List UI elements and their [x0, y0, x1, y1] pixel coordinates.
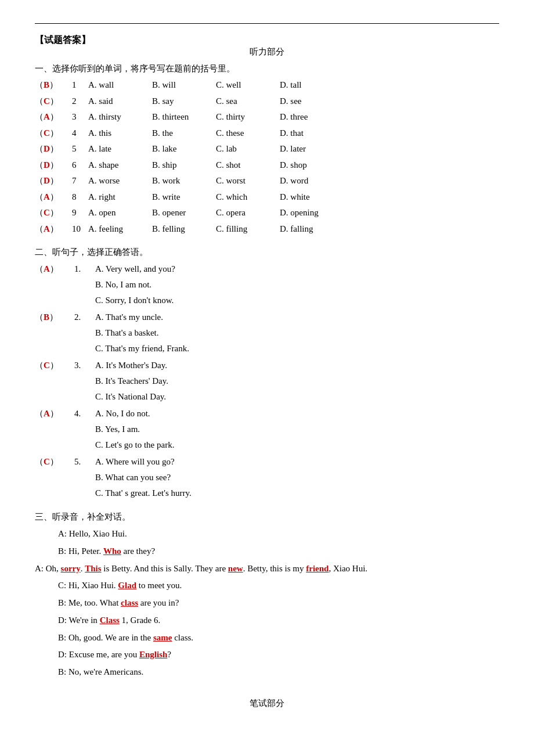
choice-item: A. feeling — [88, 222, 152, 237]
question-number: 9 — [72, 206, 86, 221]
dialog-speaker: D: — [58, 650, 69, 659]
choice-item: B. will — [152, 78, 216, 93]
choice-list: A. openB. openerC. operaD. opening — [88, 206, 344, 221]
dialog-key-word: same — [153, 633, 172, 642]
choice-list: A. thirstyB. thirteenC. thirtyD. three — [88, 110, 344, 125]
answer-letter: A — [44, 222, 50, 237]
listen-answer-row: （ C ）5.A. Where will you go?B. What can … — [35, 454, 499, 501]
choice-item: B. felling — [152, 222, 216, 237]
choice-item: C. lab — [216, 142, 280, 157]
section1-rows: （ B ）1A. wallB. willC. wellD. tall（ C ）2… — [35, 78, 499, 236]
listen-answer-row: （ A ）4.A. No, I do not.B. Yes, I am.C. L… — [35, 406, 499, 453]
dialog-speaker: D: — [58, 615, 68, 625]
answer-letter: A — [44, 110, 50, 125]
answer-bracket: （ C ） — [35, 126, 70, 141]
choice-item: A. open — [88, 206, 152, 221]
choice-list: A. worseB. workC. worstD. word — [88, 174, 344, 189]
dialog-text: 1, Grade 6. — [120, 615, 160, 625]
choice-item: B. the — [152, 126, 216, 141]
answer-row: （ A ）10A. feelingB. fellingC. fillingD. … — [35, 222, 499, 237]
option-list: A. That's my uncle.B. That's a basket.C.… — [91, 309, 499, 357]
option-list: A. It's Mother's Day.B. It's Teachers' D… — [91, 358, 499, 405]
question-number: 3. — [74, 358, 91, 373]
choice-item: B. work — [152, 174, 216, 189]
choice-item: B. lake — [152, 142, 216, 157]
answer-row: （ D ）5A. lateB. lakeC. labD. later — [35, 142, 499, 157]
dialog-line: D: Excuse me, are you English? — [58, 647, 499, 663]
choice-item: D. opening — [280, 206, 344, 221]
dialog-text: We're in — [68, 615, 99, 625]
choice-item: A. right — [88, 190, 152, 205]
option-item: A. No, I do not. — [95, 406, 499, 422]
answer-bracket: （ A ） — [35, 190, 70, 205]
choice-item: B. ship — [152, 158, 216, 173]
dialog-text: ? — [167, 650, 171, 659]
dialog-key-word: Glad — [118, 581, 136, 590]
answer-bracket: （ B ） — [35, 309, 74, 325]
option-item: C. That' s great. Let's hurry. — [95, 485, 499, 501]
choice-item: A. this — [88, 126, 152, 141]
dialog-line: B: Oh, good. We are in the same class. — [58, 630, 499, 646]
answer-letter: B — [44, 78, 49, 93]
dialog-key-word: class — [121, 598, 138, 607]
section2-items: （ A ）1.A. Very well, and you?B. No, I am… — [35, 261, 499, 501]
answer-row: （ A ）8A. rightB. writeC. whichD. white — [35, 190, 499, 205]
choice-list: A. thisB. theC. theseD. that — [88, 126, 344, 141]
question-number: 1. — [74, 261, 91, 277]
choice-list: A. saidB. sayC. seaD. see — [88, 94, 344, 109]
choice-list: A. feelingB. fellingC. fillingD. falling — [88, 222, 344, 237]
choice-item: A. said — [88, 94, 152, 109]
dialog-text: . Betty, this is my — [243, 564, 306, 573]
option-list: A. Very well, and you?B. No, I am not.C.… — [91, 261, 499, 308]
option-list: A. Where will you go?B. What can you see… — [91, 454, 499, 501]
option-item: B. No, I am not. — [95, 277, 499, 293]
option-item: B. Yes, I am. — [95, 422, 499, 437]
answer-letter: C — [44, 126, 50, 141]
answer-bracket: （ A ） — [35, 261, 74, 277]
choice-item: A. wall — [88, 78, 152, 93]
dialog-line: B: Hi, Peter. Who are they? — [58, 543, 499, 560]
dialog-key-word: Who — [103, 546, 121, 556]
answer-row: （ D ）7A. worseB. workC. worstD. word — [35, 174, 499, 189]
main-title: 【试题答案】 — [35, 34, 499, 46]
question-number: 2. — [74, 309, 91, 325]
choice-item: A. shape — [88, 158, 152, 173]
answer-row: （ C ）9A. openB. openerC. operaD. opening — [35, 206, 499, 221]
answer-bracket: （ D ） — [35, 174, 70, 189]
question-number: 5 — [72, 142, 86, 157]
question-number: 6 — [72, 158, 86, 173]
dialog-text: Excuse me, are you — [69, 650, 139, 659]
question-number: 4. — [74, 406, 91, 422]
dialog-text: Hi, Xiao Hui. — [68, 581, 118, 590]
question-number: 8 — [72, 190, 86, 205]
answer-bracket: （ C ） — [35, 454, 74, 470]
top-section-label: 听力部分 — [35, 46, 499, 57]
dialog-speaker: A: Hello, Xiao Hui. — [58, 529, 127, 538]
question-number: 4 — [72, 126, 86, 141]
answer-bracket: （ A ） — [35, 406, 74, 422]
dialog-speaker: A: — [35, 564, 46, 573]
choice-item: B. opener — [152, 206, 216, 221]
dialog-key-word: sorry — [61, 564, 81, 573]
choice-list: A. lateB. lakeC. labD. later — [88, 142, 344, 157]
answer-letter: C — [44, 94, 50, 109]
choice-item: B. thirteen — [152, 110, 216, 125]
dialog-line: A: Hello, Xiao Hui. — [58, 526, 499, 542]
dialog-key-word: English — [139, 650, 167, 659]
top-divider — [35, 23, 499, 24]
dialog-line: C: Hi, Xiao Hui. Glad to meet you. — [58, 578, 499, 594]
choice-item: D. three — [280, 110, 344, 125]
dialog-text: Oh, — [46, 564, 61, 573]
answer-letter: D — [44, 142, 50, 157]
question-number: 10 — [72, 222, 86, 237]
bottom-section-label: 笔试部分 — [35, 698, 499, 709]
answer-row: （ D ）6A. shapeB. shipC. shotD. shop — [35, 158, 499, 173]
answer-bracket: （ C ） — [35, 94, 70, 109]
answer-bracket: （ A ） — [35, 110, 70, 125]
dialog-speaker: B: — [58, 633, 68, 642]
answer-bracket: （ A ） — [35, 222, 70, 237]
choice-item: D. shop — [280, 158, 344, 173]
answer-row: （ C ）4A. thisB. theC. theseD. that — [35, 126, 499, 141]
dialog-line: A: Oh, sorry. This is Betty. And this is… — [35, 561, 499, 577]
option-list: A. No, I do not.B. Yes, I am.C. Let's go… — [91, 406, 499, 453]
